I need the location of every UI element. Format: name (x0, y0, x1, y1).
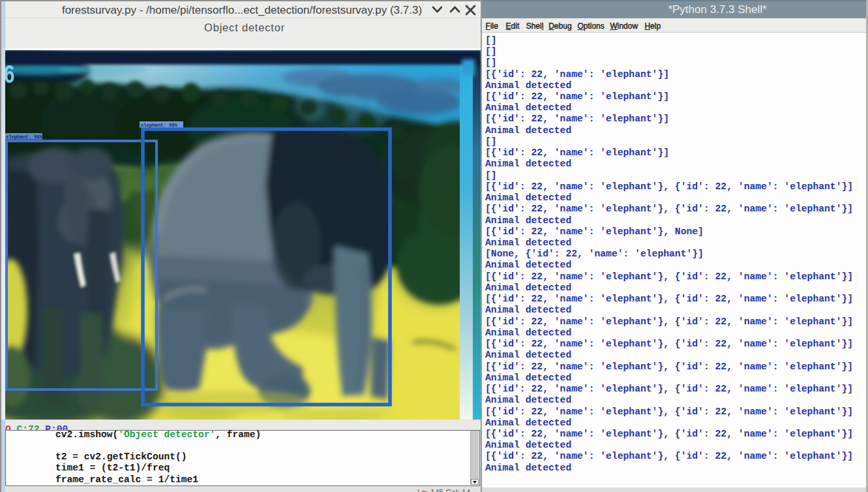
svg-text:elephant: 98%: elephant: 98% (141, 123, 178, 128)
svg-text:6: 6 (5, 60, 14, 87)
svg-text:elephant: 98%: elephant: 98% (6, 134, 43, 140)
